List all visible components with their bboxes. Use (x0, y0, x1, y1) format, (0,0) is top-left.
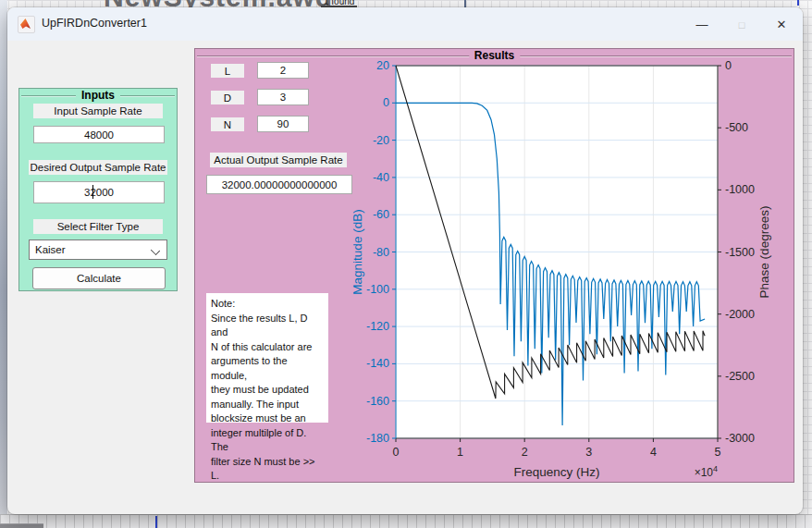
left-tick-label: -60 (373, 208, 389, 221)
filter-type-label: Select Filter Type (33, 219, 163, 234)
background-ruler-cursor-tick (155, 516, 157, 528)
x-tick-label: 3 (585, 446, 592, 459)
actual-output-rate-field[interactable]: 32000.00000000000000 (206, 175, 352, 194)
right-axis-label: Phase (degrees) (757, 206, 771, 299)
left-tick-label: -20 (373, 134, 389, 147)
left-tick-label: -100 (366, 283, 389, 296)
note-text: Note: Since the results L, D and N of th… (206, 293, 328, 423)
x-tick-label: 5 (715, 446, 721, 459)
minimize-button[interactable]: — (690, 16, 714, 34)
actual-output-rate-label: Actual Output Sample Rate (210, 153, 347, 167)
right-tick-label: -2000 (725, 308, 755, 321)
L-label: L (211, 64, 244, 78)
left-tick-label: -140 (366, 357, 389, 370)
desired-output-rate-label: Desired Output Sample Rate (29, 160, 167, 175)
results-panel: Results L 2 D 3 N 90 Actual Output Sampl… (194, 48, 794, 483)
filter-type-value: Kaiser (35, 244, 66, 255)
text-caret (92, 185, 93, 199)
background-ruler-corner (0, 523, 43, 528)
inputs-panel-title: Inputs (76, 89, 120, 103)
x-tick-label: 1 (457, 446, 463, 459)
x-tick-label: 2 (522, 446, 528, 459)
right-tick-label: 0 (725, 59, 732, 72)
desired-output-rate-value: 32000 (84, 187, 114, 198)
titlebar[interactable]: UpFIRDnConverter1 — □ ✕ (7, 7, 803, 41)
x-axis-label: Frequency (Hz) (513, 465, 599, 479)
D-label: D (211, 91, 244, 104)
window-title: UpFIRDnConverter1 (42, 17, 147, 30)
right-tick-label: -2500 (725, 370, 755, 383)
right-tick-label: -500 (725, 121, 748, 134)
D-value-field[interactable]: 3 (257, 89, 309, 105)
x-axis-multiplier: ×104 (695, 464, 718, 479)
inputs-panel: Inputs Input Sample Rate 48000 Desired O… (18, 88, 178, 291)
left-tick-label: -180 (366, 432, 389, 445)
close-button[interactable]: ✕ (769, 16, 794, 34)
left-tick-label: -80 (373, 246, 389, 259)
results-panel-title: Results (469, 49, 520, 63)
N-label: N (211, 117, 244, 131)
calculate-button[interactable]: Calculate (32, 267, 166, 289)
x-tick-label: 4 (650, 446, 657, 459)
results-plot: 012345200-20-40-60-80-100-120-140-160-18… (334, 53, 794, 480)
background-ruler (0, 514, 812, 528)
left-tick-label: 20 (376, 59, 389, 72)
chevron-down-icon (151, 246, 160, 255)
left-tick-label: -120 (366, 320, 389, 333)
x-tick-label: 0 (393, 446, 400, 459)
desired-output-rate-field[interactable]: 32000 (33, 181, 165, 203)
right-tick-label: -3000 (725, 432, 755, 445)
upfirdn-converter-window: UpFIRDnConverter1 — □ ✕ Inputs Input Sam… (7, 7, 803, 514)
background-blue-marker (797, 0, 799, 6)
background-window-edge (0, 0, 7, 528)
left-tick-label: -40 (373, 171, 389, 184)
left-axis-label: Magnitude (dB) (351, 209, 364, 294)
left-tick-label: -160 (366, 395, 389, 408)
input-sample-rate-field[interactable]: 48000 (33, 126, 165, 143)
matlab-icon (18, 16, 35, 33)
input-sample-rate-label: Input Sample Rate (33, 104, 163, 118)
search-result-count: 1 found (321, 0, 357, 7)
N-value-field[interactable]: 90 (257, 116, 309, 132)
maximize-button: □ (730, 16, 754, 34)
right-tick-label: -1000 (725, 183, 755, 196)
L-value-field[interactable]: 2 (257, 62, 309, 79)
filter-type-dropdown[interactable]: Kaiser (29, 239, 167, 260)
right-tick-label: -1500 (725, 246, 755, 259)
left-tick-label: 0 (383, 96, 389, 109)
